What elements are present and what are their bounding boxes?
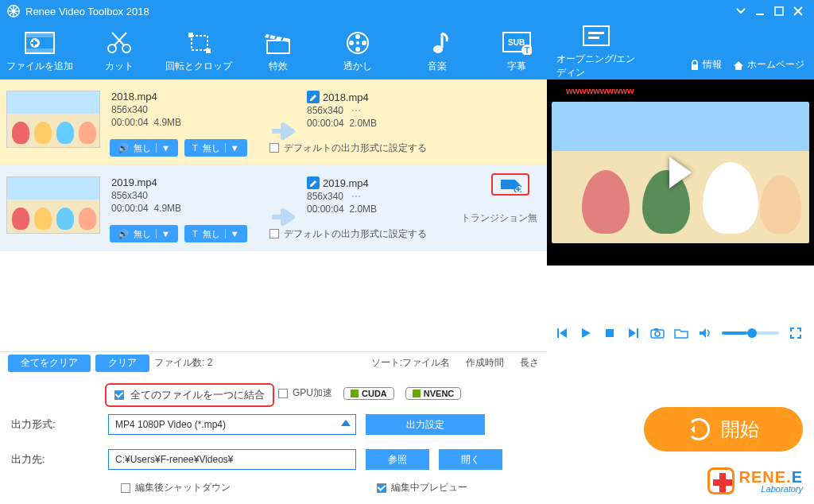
file-row[interactable]: 2019.mp4 856x340 00:00:04 4.9MB 2019.mp4… bbox=[0, 165, 547, 251]
minimize-button[interactable] bbox=[750, 3, 769, 19]
volume-slider[interactable] bbox=[722, 331, 779, 335]
svg-marker-43 bbox=[560, 328, 567, 338]
edit-icon[interactable] bbox=[307, 91, 320, 103]
shutdown-checkbox[interactable] bbox=[121, 483, 130, 493]
gpu-accel-checkbox[interactable] bbox=[278, 389, 288, 398]
maximize-button[interactable] bbox=[769, 3, 789, 19]
merge-files-option: 全てのファイルを一つに結合 bbox=[105, 383, 274, 407]
volume-icon[interactable] bbox=[698, 326, 712, 340]
file-list: 2018.mp4 856x340 00:00:04 4.9MB 2018.mp4… bbox=[0, 79, 547, 347]
toolbar-music[interactable]: 音楽 bbox=[397, 22, 477, 79]
browse-button[interactable]: 参照 bbox=[366, 449, 429, 470]
next-button[interactable] bbox=[626, 326, 641, 340]
output-format-combobox[interactable]: MP4 1080P Video (*.mp4) bbox=[108, 414, 356, 435]
source-filename: 2019.mp4 bbox=[111, 176, 262, 188]
subtitle-track-button[interactable]: T無し▼ bbox=[184, 225, 247, 242]
audio-track-button[interactable]: 🔊無し▼ bbox=[110, 139, 178, 157]
svg-marker-40 bbox=[515, 180, 520, 189]
svg-marker-47 bbox=[629, 328, 636, 338]
output-dest-input[interactable]: C:¥Users¥F-renee¥Videos¥ bbox=[108, 449, 356, 470]
text-icon: T bbox=[192, 143, 198, 153]
preview-video[interactable]: wwwwwwwwww bbox=[547, 79, 814, 266]
arrow-right-icon bbox=[269, 207, 300, 227]
file-row[interactable]: 2018.mp4 856x340 00:00:04 4.9MB 2018.mp4… bbox=[0, 79, 547, 165]
toolbar-label: オープニング/エンディン bbox=[556, 52, 636, 79]
open-folder-button[interactable] bbox=[674, 326, 688, 340]
app-logo-icon bbox=[6, 4, 21, 18]
preview-checkbox[interactable] bbox=[377, 483, 386, 493]
info-link[interactable]: 情報 bbox=[690, 58, 722, 72]
homepage-link[interactable]: ホームページ bbox=[733, 58, 804, 72]
sort-by-length[interactable]: 長さ bbox=[520, 356, 539, 370]
subtitle-track-button[interactable]: T無し▼ bbox=[184, 139, 247, 157]
lock-icon bbox=[690, 60, 700, 71]
edit-icon[interactable] bbox=[307, 176, 320, 189]
sort-by-created[interactable]: 作成時間 bbox=[466, 356, 504, 370]
default-format-checkbox[interactable] bbox=[269, 229, 279, 238]
source-filename: 2018.mp4 bbox=[111, 91, 262, 103]
svg-point-23 bbox=[355, 34, 360, 39]
toolbar-label: 字幕 bbox=[507, 60, 526, 73]
brand-cross-icon bbox=[707, 467, 735, 494]
svg-text:SUB: SUB bbox=[508, 38, 525, 47]
sort-by-name[interactable]: ファイル名 bbox=[402, 357, 450, 368]
clear-button[interactable]: クリア bbox=[95, 355, 149, 372]
svg-rect-18 bbox=[267, 41, 289, 53]
close-button[interactable] bbox=[789, 3, 808, 19]
svg-point-27 bbox=[356, 41, 359, 45]
svg-marker-51 bbox=[700, 328, 706, 338]
app-title: Renee Video Toolbox 2018 bbox=[25, 6, 149, 17]
scissors-icon bbox=[106, 29, 133, 56]
output-format-label: 出力形式: bbox=[11, 417, 99, 432]
stop-button[interactable] bbox=[603, 326, 617, 340]
svg-rect-10 bbox=[25, 48, 54, 53]
output-dest-label: 出力先: bbox=[11, 452, 99, 467]
svg-rect-36 bbox=[692, 64, 698, 70]
text-icon: T bbox=[192, 229, 198, 238]
open-dest-button[interactable]: 開く bbox=[439, 449, 502, 470]
svg-rect-17 bbox=[206, 48, 211, 53]
output-settings-button[interactable]: 出力設定 bbox=[366, 414, 485, 435]
toolbar-opening-ending[interactable]: オープニング/エンディン bbox=[556, 22, 636, 79]
toolbar-effects[interactable]: 特效 bbox=[238, 22, 318, 79]
toolbar-subtitle[interactable]: SUBT 字幕 bbox=[477, 22, 556, 79]
toolbar-label: 透かし bbox=[343, 60, 372, 73]
prev-button[interactable] bbox=[555, 326, 569, 340]
svg-point-26 bbox=[349, 41, 354, 45]
player-controls bbox=[547, 320, 814, 347]
snapshot-button[interactable] bbox=[650, 326, 665, 340]
toolbar-cut[interactable]: カット bbox=[79, 22, 159, 79]
toolbar-label: カット bbox=[105, 60, 134, 73]
play-overlay-icon[interactable] bbox=[669, 157, 692, 188]
audio-track-button[interactable]: 🔊無し▼ bbox=[110, 225, 178, 242]
add-transition-button[interactable] bbox=[491, 173, 529, 196]
speaker-icon: 🔊 bbox=[118, 229, 129, 239]
more-icon[interactable]: ⋯ bbox=[351, 191, 361, 202]
svg-rect-15 bbox=[192, 36, 207, 50]
default-format-checkbox[interactable] bbox=[269, 143, 279, 153]
start-button[interactable]: 開始 bbox=[644, 407, 803, 452]
svg-point-25 bbox=[355, 47, 360, 52]
svg-marker-44 bbox=[582, 328, 591, 338]
play-button[interactable] bbox=[579, 326, 593, 340]
arrow-right-icon bbox=[269, 122, 300, 141]
menu-dropdown-icon[interactable] bbox=[731, 3, 750, 19]
output-duration-size: 00:00:04 2.0MB bbox=[307, 118, 458, 129]
svg-rect-39 bbox=[501, 180, 515, 189]
more-icon[interactable]: ⋯ bbox=[351, 105, 361, 116]
svg-rect-16 bbox=[188, 33, 193, 37]
toolbar-add-file[interactable]: ファイルを追加 bbox=[0, 22, 79, 79]
svg-rect-9 bbox=[25, 33, 54, 37]
clear-all-button[interactable]: 全てをクリア bbox=[8, 355, 91, 372]
toolbar-watermark[interactable]: 透かし bbox=[318, 22, 397, 79]
svg-rect-7 bbox=[775, 7, 783, 15]
output-filename: 2018.mp4 bbox=[323, 91, 369, 103]
merge-files-checkbox[interactable] bbox=[114, 390, 124, 400]
transition-label: トランジション無 bbox=[461, 211, 537, 225]
svg-point-13 bbox=[108, 45, 116, 52]
output-filename: 2019.mp4 bbox=[323, 177, 369, 189]
svg-rect-34 bbox=[588, 32, 604, 34]
svg-point-28 bbox=[433, 45, 443, 53]
toolbar-rotate-crop[interactable]: 回転とクロップ bbox=[159, 22, 238, 79]
fullscreen-button[interactable] bbox=[789, 326, 803, 340]
